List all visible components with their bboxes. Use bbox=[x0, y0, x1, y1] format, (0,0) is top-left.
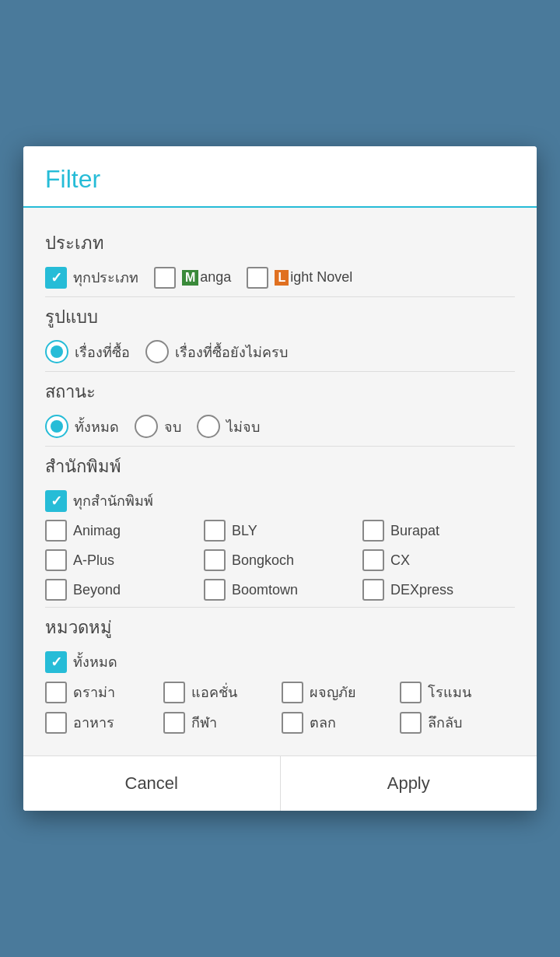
type-manga-item[interactable]: Manga bbox=[154, 267, 231, 289]
genre-romance-checkbox[interactable] bbox=[400, 682, 422, 703]
divider-3 bbox=[45, 446, 515, 447]
genre-mystery-checkbox[interactable] bbox=[400, 712, 422, 734]
publisher-boomtown-label: Boomtown bbox=[232, 582, 298, 598]
divider-1 bbox=[45, 296, 515, 297]
status-all-radio[interactable] bbox=[45, 415, 68, 438]
publisher-all-label: ทุกสำนักพิมพ์ bbox=[73, 489, 153, 512]
publisher-bongkoch-checkbox[interactable] bbox=[204, 549, 226, 571]
status-ongoing-radio[interactable] bbox=[197, 415, 220, 438]
genre-mystery-item[interactable]: ลึกลับ bbox=[400, 711, 515, 734]
genre-comedy-item[interactable]: ตลก bbox=[282, 711, 397, 734]
type-all-checkbox[interactable] bbox=[45, 267, 67, 289]
genre-action-item[interactable]: แอคชั่น bbox=[163, 681, 278, 703]
publisher-burapat-item[interactable]: Burapat bbox=[362, 520, 515, 542]
publisher-beyond-label: Beyond bbox=[73, 582, 121, 598]
section-type-label: ประเภท bbox=[45, 230, 515, 257]
genre-all-row: ทั้งหมด bbox=[45, 650, 515, 673]
format-incomplete-label: เรื่องที่ซื้อยังไม่ครบ bbox=[175, 341, 288, 363]
publisher-aplus-label: A-Plus bbox=[73, 552, 114, 569]
section-status-label: สถานะ bbox=[45, 378, 515, 405]
status-complete-label: จบ bbox=[164, 415, 181, 438]
section-genre-label: หมวดหมู่ bbox=[45, 614, 515, 641]
genre-sport-label: กีฬา bbox=[191, 711, 217, 734]
format-incomplete-item[interactable]: เรื่องที่ซื้อยังไม่ครบ bbox=[145, 340, 288, 363]
section-format-label: รูปแบบ bbox=[45, 303, 515, 331]
type-all-item[interactable]: ทุกประเภท bbox=[45, 266, 138, 289]
divider-2 bbox=[45, 371, 515, 372]
publisher-burapat-label: Burapat bbox=[390, 523, 439, 539]
publisher-all-item[interactable]: ทุกสำนักพิมพ์ bbox=[45, 489, 515, 512]
status-complete-item[interactable]: จบ bbox=[135, 415, 181, 438]
publisher-animag-item[interactable]: Animag bbox=[45, 520, 198, 542]
publisher-dexpress-checkbox[interactable] bbox=[362, 579, 384, 601]
publisher-cx-checkbox[interactable] bbox=[362, 549, 384, 571]
genre-drama-checkbox[interactable] bbox=[45, 682, 67, 703]
divider-4 bbox=[45, 607, 515, 608]
status-ongoing-item[interactable]: ไม่จบ bbox=[197, 415, 260, 438]
dialog-body: ประเภท ทุกประเภท Manga bbox=[23, 208, 537, 755]
publisher-all-checkbox[interactable] bbox=[45, 490, 67, 512]
genre-fantasy-item[interactable]: ผจญภัย bbox=[282, 681, 397, 703]
genre-food-checkbox[interactable] bbox=[45, 712, 67, 734]
type-ln-label: Light Novel bbox=[275, 269, 352, 286]
apply-button[interactable]: Apply bbox=[281, 756, 537, 811]
publisher-bongkoch-label: Bongkoch bbox=[232, 552, 294, 569]
genre-action-label: แอคชั่น bbox=[191, 681, 237, 703]
genre-all-label: ทั้งหมด bbox=[73, 650, 117, 673]
dialog-header: Filter bbox=[23, 146, 537, 208]
publisher-beyond-checkbox[interactable] bbox=[45, 579, 67, 601]
publisher-beyond-item[interactable]: Beyond bbox=[45, 579, 198, 601]
publisher-bongkoch-item[interactable]: Bongkoch bbox=[204, 549, 356, 571]
status-all-label: ทั้งหมด bbox=[75, 415, 119, 438]
status-all-item[interactable]: ทั้งหมด bbox=[45, 415, 119, 438]
type-manga-label: Manga bbox=[182, 269, 231, 286]
format-purchased-label: เรื่องที่ซื้อ bbox=[75, 341, 130, 363]
status-options-row: ทั้งหมด จบ ไม่จบ bbox=[45, 415, 515, 438]
genre-romance-item[interactable]: โรแมน bbox=[400, 681, 515, 703]
publisher-aplus-checkbox[interactable] bbox=[45, 549, 67, 571]
genre-sport-checkbox[interactable] bbox=[163, 712, 185, 734]
publisher-aplus-item[interactable]: A-Plus bbox=[45, 549, 198, 571]
filter-dialog: Filter ประเภท ทุกประเภท Manga bbox=[23, 146, 537, 811]
section-publisher-label: สำนักพิมพ์ bbox=[45, 453, 515, 480]
genre-fantasy-label: ผจญภัย bbox=[310, 681, 356, 703]
dialog-footer: Cancel Apply bbox=[23, 755, 537, 811]
publisher-bly-label: BLY bbox=[232, 523, 257, 539]
format-purchased-item[interactable]: เรื่องที่ซื้อ bbox=[45, 340, 130, 363]
genre-drama-item[interactable]: ดราม่า bbox=[45, 681, 160, 703]
genre-action-checkbox[interactable] bbox=[163, 682, 185, 703]
genre-all-checkbox[interactable] bbox=[45, 651, 67, 673]
genre-mystery-label: ลึกลับ bbox=[428, 711, 462, 734]
publisher-boomtown-checkbox[interactable] bbox=[204, 579, 226, 601]
publisher-burapat-checkbox[interactable] bbox=[362, 520, 384, 542]
publisher-dexpress-item[interactable]: DEXpress bbox=[362, 579, 515, 601]
dialog-title: Filter bbox=[45, 165, 515, 194]
type-all-label: ทุกประเภท bbox=[73, 266, 138, 289]
publisher-dexpress-label: DEXpress bbox=[390, 582, 453, 598]
publisher-bly-item[interactable]: BLY bbox=[204, 520, 356, 542]
genre-all-item[interactable]: ทั้งหมด bbox=[45, 650, 515, 673]
format-purchased-radio[interactable] bbox=[45, 340, 68, 363]
type-ln-item[interactable]: Light Novel bbox=[247, 267, 352, 289]
publisher-cx-label: CX bbox=[390, 552, 410, 569]
genre-fantasy-checkbox[interactable] bbox=[282, 682, 303, 703]
status-complete-radio[interactable] bbox=[135, 415, 158, 438]
publisher-animag-label: Animag bbox=[73, 523, 121, 539]
genre-drama-label: ดราม่า bbox=[73, 681, 115, 703]
format-incomplete-radio[interactable] bbox=[145, 340, 169, 363]
genre-food-item[interactable]: อาหาร bbox=[45, 711, 160, 734]
publisher-animag-checkbox[interactable] bbox=[45, 520, 67, 542]
genre-food-label: อาหาร bbox=[73, 711, 114, 734]
publisher-bly-checkbox[interactable] bbox=[204, 520, 226, 542]
type-manga-checkbox[interactable] bbox=[154, 267, 176, 289]
publisher-boomtown-item[interactable]: Boomtown bbox=[204, 579, 356, 601]
publisher-cx-item[interactable]: CX bbox=[362, 549, 515, 571]
publisher-all-row: ทุกสำนักพิมพ์ bbox=[45, 489, 515, 512]
genre-comedy-checkbox[interactable] bbox=[282, 712, 303, 734]
type-ln-checkbox[interactable] bbox=[247, 267, 268, 289]
genre-grid: ดราม่า แอคชั่น ผจญภัย โรแมน อาหาร กีฬา bbox=[45, 681, 515, 734]
genre-comedy-label: ตลก bbox=[310, 711, 336, 734]
cancel-button[interactable]: Cancel bbox=[23, 756, 281, 811]
format-options-row: เรื่องที่ซื้อ เรื่องที่ซื้อยังไม่ครบ bbox=[45, 340, 515, 363]
genre-sport-item[interactable]: กีฬา bbox=[163, 711, 278, 734]
